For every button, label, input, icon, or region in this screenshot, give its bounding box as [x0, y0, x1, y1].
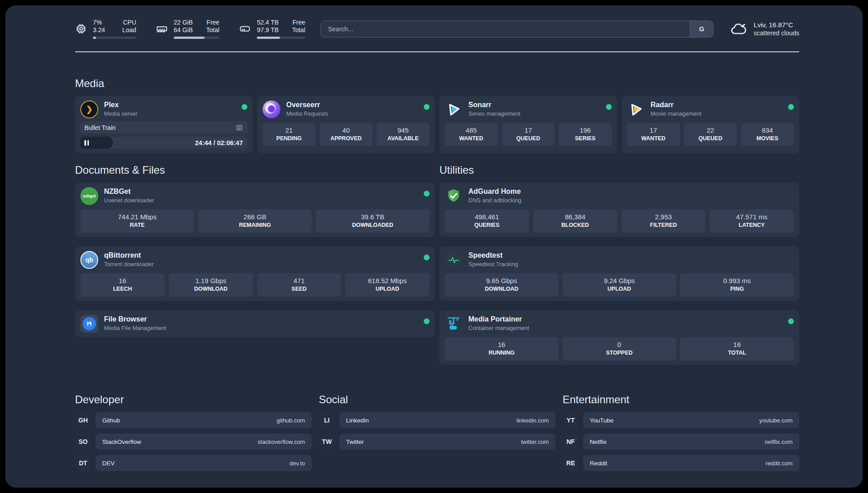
- youtube-badge: YT: [563, 412, 579, 428]
- portainer-stats: 16RUNNING 0STOPPED 16TOTAL: [445, 337, 794, 360]
- stat-tile: 16RUNNING: [445, 337, 559, 360]
- cpu-icon: [75, 23, 87, 35]
- media-grid: ❯ Plex Media server Bullet Train: [75, 96, 799, 153]
- stackoverflow-badge: SO: [75, 434, 91, 450]
- stat-tile: 17QUEUED: [502, 123, 555, 146]
- section-title-entertainment: Entertainment: [563, 393, 799, 406]
- stat-tile: 17WANTED: [627, 123, 680, 146]
- memory-stat: 22 GiB64 GiB FreeTotal: [156, 19, 219, 39]
- sonarr-subtitle: Series management: [468, 109, 520, 118]
- overseerr-card[interactable]: Overseerr Media Requests 21PENDING 40APP…: [257, 96, 435, 153]
- overseerr-stats: 21PENDING 40APPROVED 945AVAILABLE: [263, 123, 430, 146]
- section-title-utilities: Utilities: [439, 164, 799, 176]
- qbittorrent-card[interactable]: qb qBittorrent Torrent downloader 16LEEC…: [75, 246, 435, 301]
- stat-tile: 9.24 GbpsUPLOAD: [563, 273, 676, 297]
- entertainment-links-section: Entertainment YT YouTube youtube.com NF …: [563, 393, 799, 471]
- adguard-stats: 498,461QUERIES 86,384BLOCKED 2,953FILTER…: [445, 209, 794, 233]
- playback-progress-fill: [80, 137, 113, 149]
- radarr-stats: 17WANTED 22QUEUED 834MOVIES: [627, 123, 794, 146]
- reddit-link[interactable]: Reddit reddit.com: [583, 455, 799, 471]
- linkedin-link[interactable]: LinkedIn linkedin.com: [339, 412, 555, 428]
- section-title-media: Media: [75, 77, 799, 90]
- netflix-link[interactable]: Netflix netflix.com: [583, 434, 799, 450]
- plex-title: Plex: [104, 100, 138, 109]
- github-badge: GH: [75, 412, 91, 428]
- portainer-logo-icon: [445, 315, 463, 333]
- stat-tile: 744.21 MbpsRATE: [80, 209, 194, 233]
- portainer-status-dot: [788, 318, 794, 324]
- playback-progress-bar[interactable]: 24:44 / 02:06:47: [80, 137, 247, 149]
- overseerr-logo-icon: [263, 100, 280, 118]
- link-row-twitter: TW Twitter twitter.com: [319, 434, 555, 450]
- github-link[interactable]: Github github.com: [96, 412, 312, 428]
- disk-stat: 52.4 TB97.9 TB FreeTotal: [239, 19, 305, 39]
- youtube-link[interactable]: YouTube youtube.com: [583, 412, 799, 428]
- ram-progress-fill: [174, 37, 204, 39]
- nzbget-card[interactable]: nzbget NZBGet Usenet downloader 744.21 M…: [75, 183, 435, 237]
- now-playing-title: Bullet Train: [84, 124, 116, 131]
- speedtest-subtitle: Speedtest Tracking: [468, 260, 518, 269]
- header-divider: [75, 51, 799, 52]
- adguard-card[interactable]: AdGuard Home DNS and adblocking 498,461Q…: [439, 183, 799, 237]
- search-input[interactable]: [321, 21, 690, 37]
- cpu-label-2: Load: [122, 26, 136, 34]
- stat-tile: 47.571 msLATENCY: [709, 209, 794, 233]
- social-links-section: Social LI LinkedIn linkedin.com TW Twitt…: [319, 393, 555, 471]
- twitter-link[interactable]: Twitter twitter.com: [339, 434, 555, 450]
- plex-logo-icon: ❯: [80, 100, 98, 118]
- stat-tile: 485WANTED: [445, 123, 498, 146]
- search-engine-button[interactable]: G: [690, 21, 713, 37]
- filebrowser-status-dot: [424, 318, 430, 324]
- filebrowser-card[interactable]: File Browser Media File Management: [75, 310, 435, 337]
- nzbget-subtitle: Usenet downloader: [104, 196, 154, 205]
- stat-tile: 16LEECH: [80, 273, 165, 297]
- stackoverflow-link[interactable]: StackOverflow stackoverflow.com: [96, 434, 312, 450]
- section-title-social: Social: [319, 393, 555, 406]
- cpu-load-avg: 3.24: [93, 26, 105, 34]
- dashboard: 7%3.24 CPULoad 22 GiB64 GiB Fr: [5, 5, 863, 488]
- link-row-netflix: NF Netflix netflix.com: [563, 434, 799, 450]
- weather-widget[interactable]: Lviv, 16.87°C scattered clouds: [730, 20, 799, 38]
- speedtest-logo-icon: [445, 251, 463, 269]
- disk-free: 52.4 TB: [257, 19, 279, 26]
- sonarr-card[interactable]: Sonarr Series management 485WANTED 17QUE…: [439, 96, 617, 153]
- dev-link[interactable]: DEV dev.to: [96, 455, 312, 471]
- qbittorrent-status-dot: [424, 255, 430, 260]
- top-bar: 7%3.24 CPULoad 22 GiB64 GiB Fr: [75, 5, 799, 39]
- cpu-progress-fill: [93, 37, 96, 39]
- radarr-subtitle: Movie management: [651, 109, 701, 118]
- qbittorrent-stats: 16LEECH 1.19 GbpsDOWNLOAD 471SEED 618.52…: [80, 273, 430, 297]
- stat-tile: 498,461QUERIES: [445, 209, 529, 233]
- stat-tile: 9.65 GbpsDOWNLOAD: [445, 273, 559, 297]
- portainer-card[interactable]: Media Portainer Container management 16R…: [439, 310, 799, 365]
- developer-links-section: Developer GH Github github.com SO StackO…: [75, 393, 312, 471]
- documents-column: Documents & Files nzbget NZBGet Usenet d…: [75, 164, 435, 365]
- qbittorrent-title: qBittorrent: [104, 251, 154, 260]
- radarr-logo-icon: [626, 100, 646, 119]
- speedtest-title: Speedtest: [468, 251, 518, 260]
- cpu-progress-bar: [93, 37, 136, 39]
- netflix-badge: NF: [563, 434, 579, 450]
- stat-tile: 0STOPPED: [563, 337, 676, 360]
- plex-card[interactable]: ❯ Plex Media server Bullet Train: [75, 96, 253, 153]
- sonarr-status-dot: [606, 104, 612, 110]
- linkedin-badge: LI: [319, 412, 335, 428]
- stat-tile: 2,953FILTERED: [622, 209, 706, 233]
- radarr-card[interactable]: Radarr Movie management 17WANTED 22QUEUE…: [622, 96, 799, 153]
- speedtest-card[interactable]: Speedtest Speedtest Tracking 9.65 GbpsDO…: [439, 246, 799, 301]
- floppy-icon: [86, 320, 93, 327]
- stat-tile: 834MOVIES: [741, 123, 794, 146]
- qbittorrent-logo-icon: qb: [80, 251, 98, 269]
- dev-badge: DT: [75, 455, 91, 471]
- utilities-column: Utilities: [439, 164, 799, 365]
- stat-tile: 16TOTAL: [680, 337, 794, 360]
- system-stats: 7%3.24 CPULoad 22 GiB64 GiB Fr: [75, 19, 305, 39]
- pause-icon[interactable]: [84, 140, 89, 146]
- stat-tile: 1.19 GbpsDOWNLOAD: [169, 273, 253, 297]
- reddit-badge: RE: [563, 455, 579, 471]
- ram-label-2: Total: [206, 26, 220, 34]
- search-bar[interactable]: G: [321, 21, 714, 38]
- link-row-youtube: YT YouTube youtube.com: [563, 412, 799, 428]
- stat-tile: 86,384BLOCKED: [533, 209, 618, 233]
- stat-tile: 945AVAILABLE: [376, 123, 430, 146]
